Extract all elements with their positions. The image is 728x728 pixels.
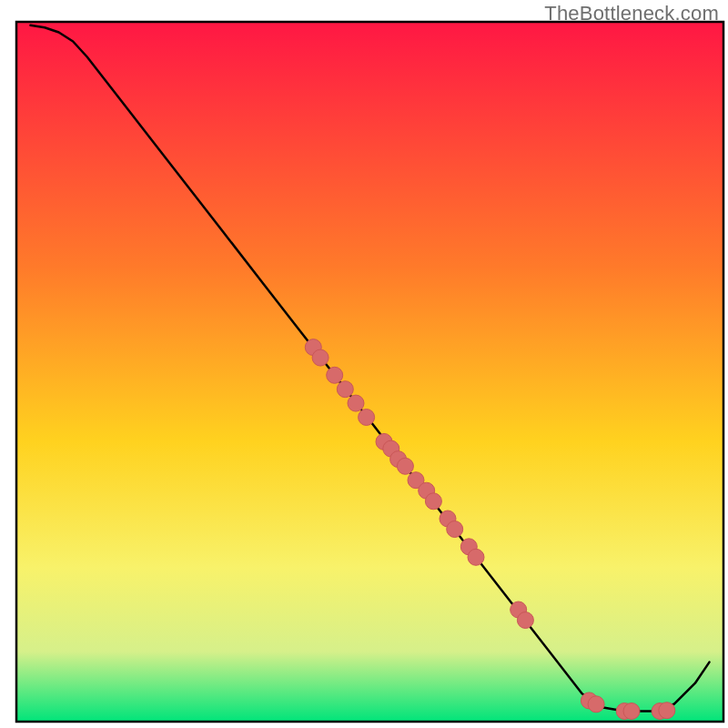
data-point [659, 703, 675, 719]
data-point [588, 696, 604, 713]
bottleneck-chart [0, 0, 728, 728]
data-point [312, 349, 329, 366]
data-point [327, 367, 343, 383]
data-point [447, 521, 463, 538]
data-point [623, 703, 640, 720]
data-point [348, 395, 364, 411]
data-point [468, 549, 484, 565]
data-point [397, 458, 413, 474]
data-point [337, 381, 353, 398]
plot-area [16, 22, 723, 722]
chart-stage: TheBottleneck.com [0, 0, 728, 728]
data-point [425, 493, 441, 510]
data-point [359, 410, 375, 426]
data-point [517, 612, 533, 629]
